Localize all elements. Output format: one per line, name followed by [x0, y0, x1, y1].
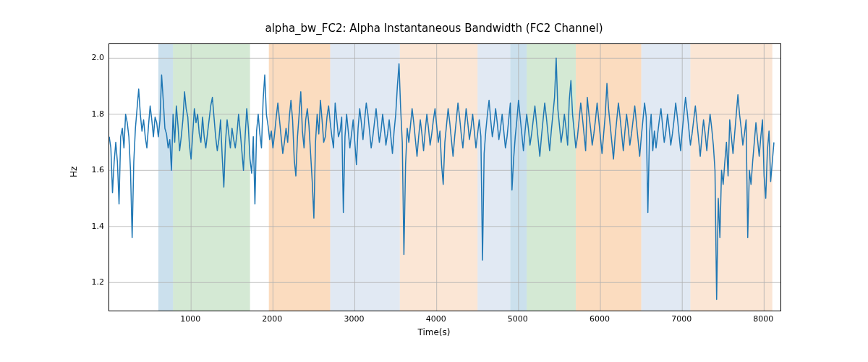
y-tick-label: 1.8 — [85, 109, 104, 118]
shaded-region — [269, 44, 331, 311]
x-tick-label: 6000 — [590, 314, 610, 324]
shaded-region — [576, 44, 642, 311]
x-tick-label: 3000 — [344, 314, 365, 324]
x-tick-label: 4000 — [426, 314, 446, 324]
shaded-region — [691, 44, 773, 311]
plot-area — [109, 43, 781, 311]
shaded-region — [400, 44, 478, 311]
y-tick-label: 1.6 — [85, 165, 104, 174]
plot-svg — [109, 44, 780, 311]
y-axis-label: Hz — [69, 167, 79, 177]
shaded-region — [331, 44, 400, 311]
x-tick-label: 8000 — [753, 314, 773, 324]
x-tick-label: 5000 — [508, 314, 528, 324]
x-axis-label: Time(s) — [0, 327, 868, 337]
shaded-region — [527, 44, 576, 311]
figure: alpha_bw_FC2: Alpha Instantaneous Bandwi… — [0, 0, 868, 362]
shaded-region — [173, 44, 250, 311]
y-tick-label: 1.4 — [85, 221, 104, 230]
y-tick-label: 1.2 — [85, 277, 104, 287]
x-tick-label: 2000 — [262, 314, 282, 324]
shaded-region — [158, 44, 173, 311]
x-tick-label: 7000 — [671, 314, 692, 324]
x-tick-label: 1000 — [180, 314, 200, 324]
y-tick-label: 2.0 — [85, 53, 104, 62]
shaded-region — [477, 44, 510, 311]
chart-title: alpha_bw_FC2: Alpha Instantaneous Bandwi… — [0, 22, 868, 35]
